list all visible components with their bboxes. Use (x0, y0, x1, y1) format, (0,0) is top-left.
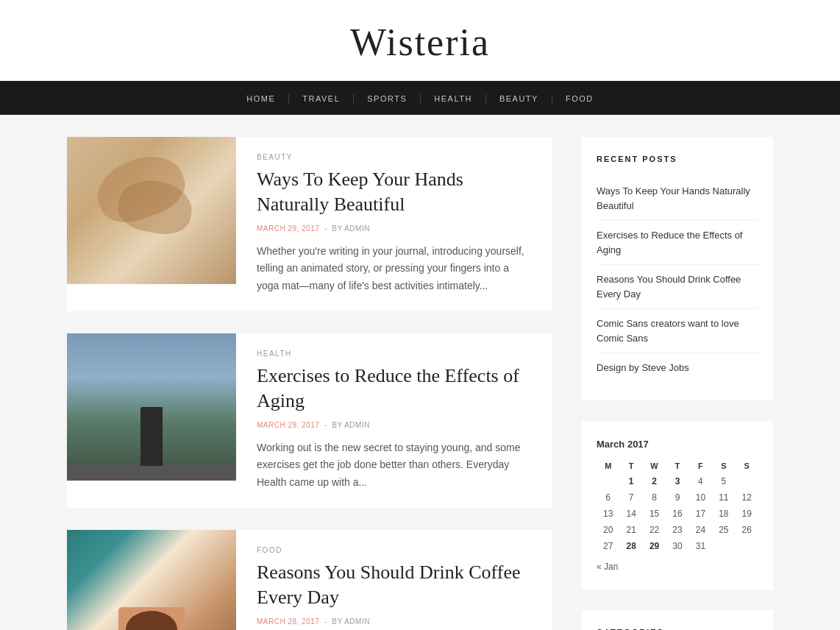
calendar-day-4-5 (712, 538, 735, 554)
calendar-day-0-5[interactable]: 5 (712, 473, 735, 489)
calendar-week-1: 6789101112 (597, 489, 758, 506)
recent-post-item-4: Design by Steve Jobs (597, 353, 758, 383)
recent-posts-title: RECENT POSTS (597, 155, 758, 163)
nav-item-home[interactable]: HOME (233, 94, 289, 103)
article-title-link-2[interactable]: Reasons You Should Drink Coffee Every Da… (257, 562, 520, 608)
site-nav: HOMETRAVELSPORTSHEALTHBEAUTYFOOD (0, 81, 840, 115)
calendar-header-W: W (643, 459, 666, 473)
article-card-1: HEALTHExercises to Reduce the Effects of… (67, 333, 552, 508)
calendar-day-4-2[interactable]: 29 (643, 538, 666, 554)
calendar-header-T: T (666, 459, 688, 473)
article-meta-1: MARCH 29, 2017 - BY ADMIN (257, 421, 532, 429)
recent-posts-list: Ways To Keep Your Hands Naturally Beauti… (597, 177, 758, 383)
article-card-2: FOODReasons You Should Drink Coffee Ever… (67, 530, 552, 630)
calendar-day-link-1[interactable]: 1 (629, 476, 634, 486)
calendar-nav[interactable]: « Jan (597, 562, 758, 572)
article-title-link-0[interactable]: Ways To Keep Your Hands Naturally Beauti… (257, 169, 463, 215)
calendar-week-0: 12345 (597, 473, 758, 489)
nav-item-beauty[interactable]: BEAUTY (486, 94, 552, 103)
sidebar: RECENT POSTS Ways To Keep Your Hands Nat… (582, 137, 773, 630)
recent-post-item-3: Comic Sans creators want to love Comic S… (597, 309, 758, 353)
article-category-0: BEAUTY (257, 153, 532, 161)
categories-widget: CATEGORIES TravelSportsHealthBeauty (582, 610, 773, 631)
calendar-header-F: F (689, 459, 712, 473)
calendar-day-3-0[interactable]: 20 (597, 522, 619, 538)
calendar-week-4: 2728293031 (597, 538, 758, 554)
calendar-day-4-4[interactable]: 31 (689, 538, 712, 554)
calendar-day-3-3[interactable]: 23 (666, 522, 688, 538)
site-title: Wisteria (0, 21, 840, 64)
calendar-day-0-2[interactable]: 2 (643, 473, 666, 489)
thumb-image-2 (67, 530, 236, 630)
article-excerpt-0: Whether you're writing in your journal, … (257, 243, 532, 295)
calendar-day-0-0 (597, 473, 619, 489)
calendar-day-3-5[interactable]: 25 (712, 522, 735, 538)
article-meta-0: MARCH 29, 2017 - BY ADMIN (257, 224, 532, 233)
calendar-month: March 2017 (597, 439, 758, 450)
calendar-day-2-3[interactable]: 16 (666, 506, 688, 522)
calendar-day-3-1[interactable]: 21 (619, 522, 642, 538)
article-body-1: HEALTHExercises to Reduce the Effects of… (236, 333, 552, 508)
article-thumb-0 (67, 137, 236, 284)
calendar-header-T: T (619, 459, 642, 473)
nav-item-travel[interactable]: TRAVEL (289, 94, 354, 103)
calendar-day-link-29[interactable]: 29 (649, 541, 659, 551)
calendar-day-2-2[interactable]: 15 (643, 506, 666, 522)
calendar-header-M: M (597, 459, 619, 473)
calendar-day-0-1[interactable]: 1 (619, 473, 642, 489)
nav-item-health[interactable]: HEALTH (421, 94, 486, 103)
nav-item-food[interactable]: FOOD (552, 94, 607, 103)
article-body-2: FOODReasons You Should Drink Coffee Ever… (236, 530, 552, 630)
calendar-body: 1234567891011121314151617181920212223242… (597, 473, 758, 554)
categories-title: CATEGORIES (597, 628, 758, 631)
recent-post-item-0: Ways To Keep Your Hands Naturally Beauti… (597, 177, 758, 221)
calendar-day-link-2[interactable]: 2 (652, 476, 657, 486)
calendar-prev-link[interactable]: « Jan (597, 562, 618, 572)
calendar-day-4-3[interactable]: 30 (666, 538, 688, 554)
recent-post-link-0[interactable]: Ways To Keep Your Hands Naturally Beauti… (597, 185, 750, 211)
calendar-day-3-4[interactable]: 24 (689, 522, 712, 538)
article-title-link-1[interactable]: Exercises to Reduce the Effects of Aging (257, 365, 519, 411)
recent-post-link-1[interactable]: Exercises to Reduce the Effects of Aging (597, 230, 742, 255)
calendar-day-1-5[interactable]: 11 (712, 489, 735, 506)
calendar-day-4-0[interactable]: 27 (597, 538, 619, 554)
site-header: Wisteria (0, 0, 840, 81)
calendar-day-1-1[interactable]: 7 (619, 489, 642, 506)
calendar-day-1-3[interactable]: 9 (666, 489, 688, 506)
calendar-day-0-4[interactable]: 4 (689, 473, 712, 489)
calendar-week-2: 13141516171819 (597, 506, 758, 522)
calendar-day-0-3[interactable]: 3 (666, 473, 688, 489)
recent-post-link-2[interactable]: Reasons You Should Drink Coffee Every Da… (597, 274, 741, 300)
calendar-day-link-3[interactable]: 3 (675, 476, 680, 486)
recent-posts-widget: RECENT POSTS Ways To Keep Your Hands Nat… (582, 137, 773, 400)
article-thumb-1 (67, 333, 236, 481)
calendar-day-1-6[interactable]: 12 (736, 489, 758, 506)
calendar-head: MTWTFSS (597, 459, 758, 473)
calendar-day-2-0[interactable]: 13 (597, 506, 619, 522)
calendar-day-3-2[interactable]: 22 (643, 522, 666, 538)
article-card-0: BEAUTYWays To Keep Your Hands Naturally … (67, 137, 552, 311)
nav-item-sports[interactable]: SPORTS (354, 94, 421, 103)
calendar-day-2-5[interactable]: 18 (712, 506, 735, 522)
thumb-image-0 (67, 137, 236, 284)
calendar-day-2-6[interactable]: 19 (736, 506, 758, 522)
calendar-day-2-4[interactable]: 17 (689, 506, 712, 522)
calendar-table: MTWTFSS 12345678910111213141516171819202… (597, 459, 758, 554)
calendar-day-1-0[interactable]: 6 (597, 489, 619, 506)
article-title-2: Reasons You Should Drink Coffee Every Da… (257, 560, 532, 610)
article-title-1: Exercises to Reduce the Effects of Aging (257, 364, 532, 414)
calendar-day-3-6[interactable]: 26 (736, 522, 758, 538)
calendar-day-link-28[interactable]: 28 (626, 541, 636, 551)
calendar-header-S: S (712, 459, 735, 473)
calendar-day-1-4[interactable]: 10 (689, 489, 712, 506)
content-wrap: BEAUTYWays To Keep Your Hands Naturally … (52, 115, 788, 630)
recent-post-link-3[interactable]: Comic Sans creators want to love Comic S… (597, 318, 739, 344)
main-content: BEAUTYWays To Keep Your Hands Naturally … (67, 137, 552, 630)
article-excerpt-1: Working out is the new secret to staying… (257, 439, 532, 492)
calendar-day-2-1[interactable]: 14 (619, 506, 642, 522)
recent-post-link-4[interactable]: Design by Steve Jobs (597, 362, 689, 373)
calendar-day-1-2[interactable]: 8 (643, 489, 666, 506)
calendar-widget: March 2017 MTWTFSS 123456789101112131415… (582, 421, 773, 590)
article-category-2: FOOD (257, 546, 532, 554)
calendar-day-4-1[interactable]: 28 (619, 538, 642, 554)
